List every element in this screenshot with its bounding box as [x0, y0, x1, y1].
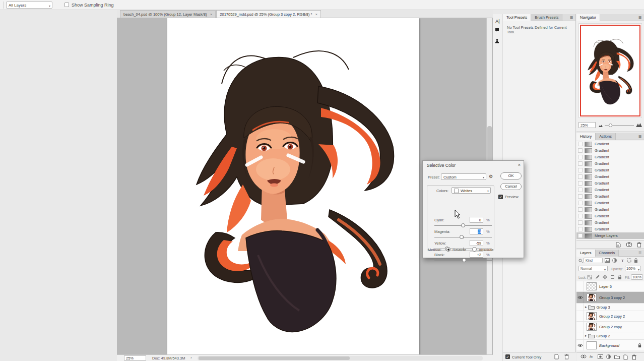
close-icon[interactable]: ×: [315, 12, 317, 17]
history-source-well[interactable]: [578, 188, 583, 192]
add-layer-mask-icon[interactable]: [598, 354, 603, 359]
navigator-zoom-slider[interactable]: [605, 125, 634, 126]
history-source-well[interactable]: [578, 207, 583, 212]
tab-layers[interactable]: Layers: [576, 250, 596, 257]
history-source-well[interactable]: [578, 233, 583, 238]
slider-thumb[interactable]: [460, 235, 464, 239]
eye-visibility-well[interactable]: [576, 322, 584, 332]
history-source-well[interactable]: [578, 142, 583, 146]
new-adjustment-layer-icon[interactable]: [606, 354, 611, 359]
clone-source-panel-icon[interactable]: [494, 38, 501, 45]
sample-size-dropdown[interactable]: All Layers ▾: [6, 2, 52, 9]
history-state-row[interactable]: Gradient: [576, 180, 644, 187]
panel-menu-icon[interactable]: ☰: [569, 16, 574, 20]
eye-visibility-well[interactable]: [576, 332, 584, 339]
method-relative-radio[interactable]: [446, 247, 450, 252]
history-state-row[interactable]: Gradient: [576, 193, 644, 200]
show-sampling-ring-checkbox[interactable]: [65, 3, 69, 7]
history-state-row[interactable]: Gradient: [576, 141, 644, 147]
gear-icon[interactable]: ⚙: [489, 174, 493, 179]
layer-row[interactable]: Group 2 copy 2: [576, 311, 644, 322]
canvas-page[interactable]: [167, 18, 419, 354]
filter-type-icon[interactable]: T: [620, 258, 625, 264]
character-panel-icon[interactable]: A|: [494, 18, 501, 25]
lock-artboard-icon[interactable]: [610, 275, 616, 280]
filter-shape-icon[interactable]: [627, 258, 632, 264]
layer-thumbnail[interactable]: [587, 282, 597, 290]
history-state-row[interactable]: Gradient: [576, 187, 644, 193]
history-source-well[interactable]: [578, 201, 583, 205]
method-absolute-radio[interactable]: [472, 247, 477, 252]
selective-color-dialog[interactable]: Selective Color × Preset: Custom▾ ⚙ OK C…: [422, 160, 524, 258]
horizontal-scrollbar-thumb[interactable]: [199, 356, 350, 360]
new-tool-preset-icon[interactable]: [554, 354, 559, 359]
history-state-row[interactable]: Gradient: [576, 200, 644, 206]
navigator-proxy-view[interactable]: [580, 25, 640, 116]
trash-icon[interactable]: [632, 354, 636, 360]
eye-visibility-icon[interactable]: [576, 292, 584, 303]
history-state-row[interactable]: Gradient: [576, 226, 644, 232]
eye-visibility-icon[interactable]: [576, 340, 584, 350]
blend-mode-dropdown[interactable]: Normal▾: [578, 266, 608, 271]
history-source-well[interactable]: [578, 181, 583, 186]
layer-thumbnail[interactable]: [587, 312, 597, 320]
document-tab-1[interactable]: beach_04.psd @ 100% (Group 12, Layer Mas…: [120, 10, 216, 18]
notes-panel-icon[interactable]: [494, 27, 501, 34]
new-layer-icon[interactable]: [623, 354, 628, 360]
tab-navigator[interactable]: Navigator: [576, 14, 600, 21]
zoom-in-mountains-icon[interactable]: [636, 123, 642, 127]
history-source-well[interactable]: [578, 174, 583, 179]
layer-row[interactable]: ▸Group 2: [576, 332, 644, 340]
history-state-row[interactable]: Gradient: [576, 147, 644, 154]
history-source-well[interactable]: [578, 155, 583, 159]
history-state-row[interactable]: Gradient: [576, 213, 644, 219]
document-tab-2[interactable]: 20170529_mdd.psd @ 25% (Group 3 copy 2, …: [216, 10, 321, 18]
slider-value-field[interactable]: -59: [470, 240, 483, 246]
lock-transparency-icon[interactable]: [588, 275, 593, 280]
close-icon[interactable]: ×: [210, 12, 213, 17]
filter-smart-object-icon[interactable]: [634, 258, 639, 264]
layer-thumbnail[interactable]: [587, 293, 597, 302]
layer-thumbnail[interactable]: [587, 341, 597, 349]
trash-icon[interactable]: [564, 354, 569, 359]
horizontal-scrollbar[interactable]: [198, 356, 483, 360]
history-state-row[interactable]: Gradient: [576, 154, 644, 160]
history-source-well[interactable]: [578, 214, 583, 218]
filter-kind-dropdown[interactable]: Kind: [584, 258, 603, 263]
layer-row[interactable]: ▸Group 3: [576, 304, 644, 311]
trash-icon[interactable]: [637, 242, 641, 248]
history-state-row[interactable]: Gradient: [576, 219, 644, 226]
close-icon[interactable]: ×: [518, 162, 521, 167]
filter-adjustment-icon[interactable]: [612, 258, 618, 264]
colors-dropdown[interactable]: Whites▾: [452, 187, 491, 194]
history-state-row[interactable]: Merge Layers: [576, 232, 644, 239]
history-state-row[interactable]: Gradient: [576, 206, 644, 213]
slider-track[interactable]: [434, 260, 492, 261]
slider-track[interactable]: [434, 225, 492, 226]
cancel-button[interactable]: Cancel: [500, 183, 522, 190]
layer-thumbnail[interactable]: [587, 323, 597, 331]
lock-all-icon[interactable]: [618, 275, 623, 280]
preset-dropdown[interactable]: Custom▾: [441, 173, 486, 180]
tab-channels[interactable]: Channels: [596, 250, 619, 257]
tab-actions[interactable]: Actions: [596, 133, 616, 140]
eye-visibility-well[interactable]: [576, 311, 584, 321]
tab-tool-presets[interactable]: Tool Presets: [503, 14, 531, 21]
slider-thumb[interactable]: [461, 223, 465, 227]
lock-pixels-brush-icon[interactable]: [595, 275, 601, 280]
new-snapshot-camera-icon[interactable]: [626, 242, 632, 247]
layer-row[interactable]: Background: [576, 340, 644, 350]
group-collapse-caret[interactable]: ▸: [585, 305, 587, 309]
history-source-well[interactable]: [578, 227, 583, 231]
preview-checkbox[interactable]: ✓: [498, 195, 503, 199]
ok-button[interactable]: OK: [500, 172, 522, 179]
navigator-zoom-slider-thumb[interactable]: [609, 124, 612, 127]
panel-menu-icon[interactable]: ☰: [637, 16, 642, 20]
filter-image-icon[interactable]: [605, 258, 610, 264]
current-tool-only-checkbox[interactable]: ✓: [505, 354, 510, 359]
status-zoom-field[interactable]: 25%: [124, 355, 146, 360]
history-state-row[interactable]: Gradient: [576, 167, 644, 173]
history-source-well[interactable]: [578, 194, 583, 199]
navigator-thumbnail[interactable]: [578, 23, 642, 118]
slider-track[interactable]: [434, 237, 492, 237]
